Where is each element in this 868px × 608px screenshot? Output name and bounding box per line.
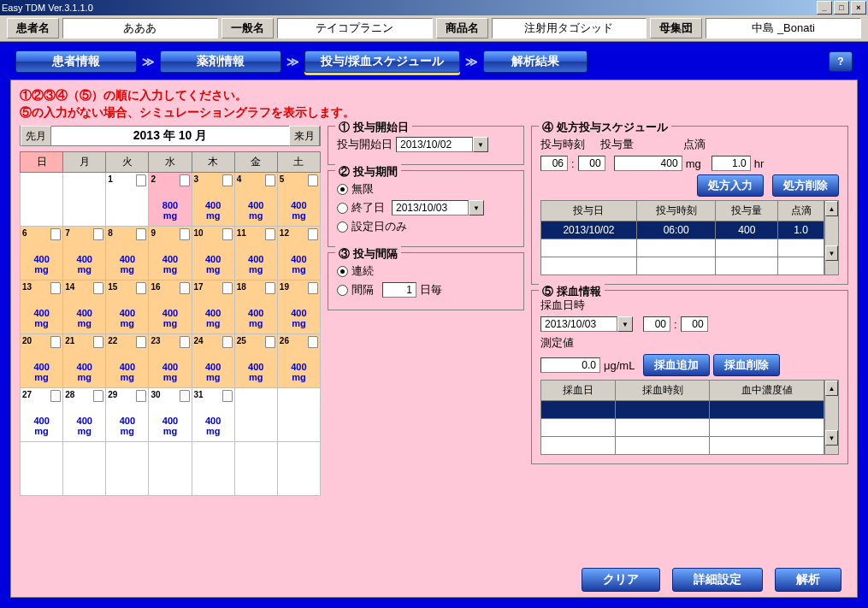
prescription-table[interactable]: 投与日投与時刻投与量点滴 2013/10/0206:004001.0 — [540, 200, 824, 275]
sample-hour-input[interactable]: 00 — [643, 316, 670, 332]
sample-min-input[interactable]: 00 — [681, 316, 708, 332]
calendar-day[interactable]: 18400mg — [234, 280, 277, 334]
calendar-day[interactable]: 20400mg — [21, 334, 63, 388]
calendar-day[interactable]: 1 — [106, 173, 149, 227]
sample-date-combo[interactable]: 2013/10/03 ▼ — [540, 316, 633, 332]
calendar-day[interactable]: 15400mg — [106, 280, 149, 334]
calendar-day[interactable]: 2800mg — [149, 173, 192, 227]
calendar-day[interactable] — [277, 388, 320, 442]
generic-label: 一般名 — [221, 18, 274, 38]
scroll-down-icon[interactable]: ▼ — [825, 245, 838, 261]
minimize-button[interactable]: _ — [817, 1, 832, 15]
chevron-down-icon[interactable]: ▼ — [617, 316, 633, 332]
scrollbar[interactable]: ▲ ▼ — [824, 200, 839, 275]
prev-month-button[interactable]: 先月 — [21, 126, 51, 146]
tab-results[interactable]: 解析結果 — [483, 50, 588, 73]
calendar-day[interactable] — [106, 442, 149, 496]
dose-amount-label: 投与量 — [600, 137, 634, 152]
close-button[interactable]: × — [851, 1, 866, 15]
calendar-day[interactable]: 9400mg — [149, 227, 192, 280]
tab-schedule[interactable]: 投与/採血スケジュール — [304, 50, 460, 73]
calendar-day[interactable]: 27400mg — [21, 388, 63, 442]
dose-min-input[interactable]: 00 — [578, 156, 605, 171]
calendar-day[interactable]: 12400mg — [277, 227, 320, 280]
next-month-button[interactable]: 来月 — [289, 126, 320, 146]
calendar-month: 2013 年 10 月 — [51, 128, 289, 144]
calendar-day[interactable] — [234, 442, 277, 496]
calendar-day[interactable] — [192, 442, 234, 496]
radio-continuous[interactable]: 連続 — [337, 263, 515, 279]
calendar-day[interactable]: 29400mg — [106, 388, 149, 442]
measurement-input[interactable]: 0.0 — [540, 357, 600, 373]
dose-hour-input[interactable]: 06 — [540, 156, 568, 171]
clear-button[interactable]: クリア — [582, 568, 660, 592]
sample-datetime-label: 採血日時 — [540, 298, 839, 313]
calendar-day[interactable]: 4400mg — [234, 173, 277, 227]
calendar-day[interactable]: 8400mg — [106, 227, 149, 280]
calendar-day[interactable]: 25400mg — [234, 334, 277, 388]
calendar-day[interactable]: 14400mg — [63, 280, 106, 334]
calendar-day[interactable] — [234, 388, 277, 442]
calendar-day[interactable]: 26400mg — [277, 334, 320, 388]
calendar-day[interactable]: 7400mg — [63, 227, 106, 280]
calendar-day[interactable]: 21400mg — [63, 334, 106, 388]
chevron-down-icon[interactable]: ▼ — [473, 137, 488, 152]
chevron-icon: ≫ — [286, 55, 299, 68]
drip-input[interactable]: 1.0 — [712, 156, 751, 171]
help-button[interactable]: ? — [829, 51, 853, 72]
detail-settings-button[interactable]: 詳細設定 — [672, 568, 763, 592]
instruction-2: ⑤の入力がない場合、シミュレーショングラフを表示します。 — [20, 104, 848, 121]
delete-sample-button[interactable]: 採血削除 — [713, 354, 780, 376]
calendar-day[interactable]: 10400mg — [192, 227, 234, 280]
calendar-day[interactable]: 30400mg — [149, 388, 192, 442]
calendar-day[interactable]: 16400mg — [149, 280, 192, 334]
calendar-day[interactable] — [21, 173, 63, 227]
add-sample-button[interactable]: 採血追加 — [643, 354, 710, 376]
calendar-day[interactable]: 3400mg — [192, 173, 234, 227]
calendar-day[interactable]: 11400mg — [234, 227, 277, 280]
maximize-button[interactable]: □ — [834, 1, 849, 15]
chevron-icon: ≫ — [142, 55, 155, 68]
calendar-day[interactable] — [63, 442, 106, 496]
calendar-day[interactable]: 24400mg — [192, 334, 234, 388]
calendar-day[interactable]: 23400mg — [149, 334, 192, 388]
calendar-day[interactable]: 31400mg — [192, 388, 234, 442]
calendar-day[interactable]: 6400mg — [21, 227, 63, 280]
calendar-day[interactable]: 5400mg — [277, 173, 320, 227]
interval-input[interactable]: 1 — [382, 282, 416, 298]
patient-value: あああ — [62, 18, 218, 38]
delete-prescription-button[interactable]: 処方削除 — [772, 174, 839, 197]
analyze-button[interactable]: 解析 — [775, 568, 841, 592]
calendar-day[interactable] — [63, 173, 106, 227]
scroll-up-icon[interactable]: ▲ — [825, 381, 838, 396]
sample-table[interactable]: 採血日採血時刻血中濃度値 — [540, 380, 824, 455]
radio-set-day-only[interactable]: 設定日のみ — [337, 219, 515, 234]
tab-patient-info[interactable]: 患者情報 — [15, 50, 137, 73]
scroll-up-icon[interactable]: ▲ — [825, 201, 838, 216]
radio-interval[interactable]: 間隔 1 日毎 — [337, 282, 515, 298]
radio-end-date[interactable]: 終了日 2013/10/03 ▼ — [337, 200, 515, 215]
calendar-day[interactable] — [277, 442, 320, 496]
calendar-day[interactable]: 13400mg — [21, 280, 63, 334]
calendar-table[interactable]: 日月火水木金土 12800mg3400mg4400mg5400mg6400mg7… — [20, 151, 321, 496]
start-date-combo[interactable]: 2013/10/02 ▼ — [396, 137, 488, 152]
calendar-day[interactable]: 19400mg — [277, 280, 320, 334]
start-date-label: 投与開始日 — [337, 137, 393, 152]
radio-unlimited[interactable]: 無限 — [337, 181, 515, 197]
scrollbar[interactable]: ▲ ▼ — [824, 380, 839, 455]
calendar-day[interactable]: 17400mg — [192, 280, 234, 334]
calendar-day[interactable]: 22400mg — [106, 334, 149, 388]
end-date-combo[interactable]: 2013/10/03 ▼ — [392, 200, 484, 215]
population-label: 母集団 — [650, 18, 702, 38]
calendar-day[interactable] — [21, 442, 63, 496]
scroll-down-icon[interactable]: ▼ — [825, 430, 838, 446]
drip-label: 点滴 — [683, 137, 706, 152]
add-prescription-button[interactable]: 処方入力 — [697, 174, 764, 197]
calendar-day[interactable]: 28400mg — [63, 388, 106, 442]
dose-time-label: 投与時刻 — [540, 137, 585, 152]
chevron-down-icon[interactable]: ▼ — [469, 200, 484, 215]
dose-amount-input[interactable]: 400 — [614, 156, 682, 171]
tab-drug-info[interactable]: 薬剤情報 — [160, 50, 281, 73]
calendar-day[interactable] — [149, 442, 192, 496]
population-value: 中島 _Bonati — [706, 18, 861, 38]
